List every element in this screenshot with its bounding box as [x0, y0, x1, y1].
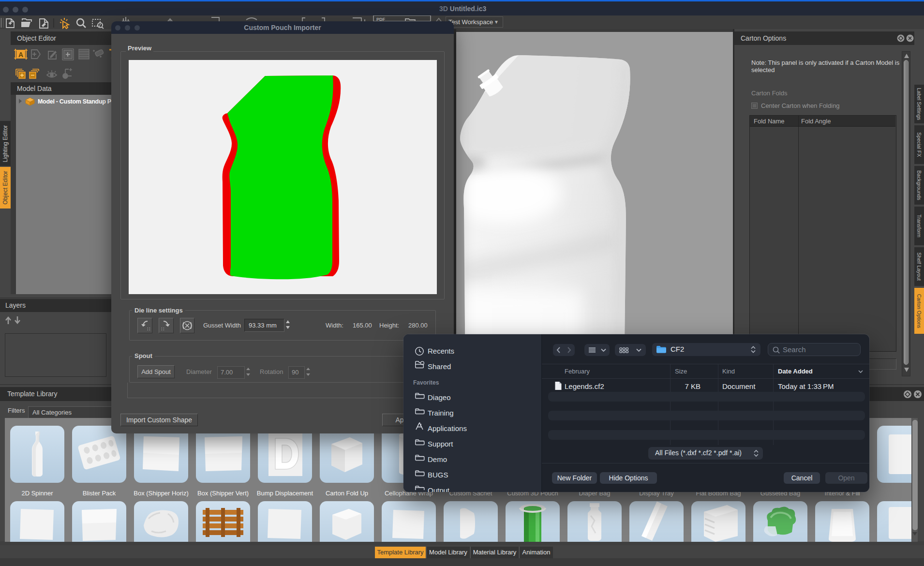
svg-text:A: A [18, 51, 23, 59]
